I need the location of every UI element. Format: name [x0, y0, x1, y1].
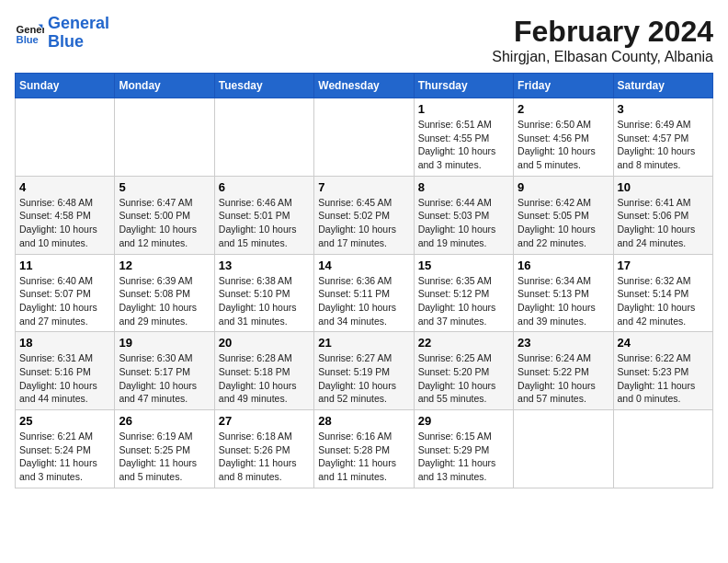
- day-number: 21: [318, 336, 409, 350]
- calendar-cell: 8Sunrise: 6:44 AM Sunset: 5:03 PM Daylig…: [414, 176, 513, 254]
- day-number: 18: [19, 336, 110, 350]
- day-number: 26: [119, 414, 210, 428]
- weekday-header: Tuesday: [214, 74, 313, 98]
- day-number: 23: [518, 336, 609, 350]
- day-number: 1: [418, 102, 509, 116]
- calendar-cell: 24Sunrise: 6:22 AM Sunset: 5:23 PM Dayli…: [613, 332, 712, 410]
- day-info: Sunrise: 6:32 AM Sunset: 5:14 PM Dayligh…: [618, 274, 709, 328]
- page-header: General Blue GeneralBlue February 2024 S…: [15, 15, 713, 65]
- day-number: 22: [418, 336, 509, 350]
- day-info: Sunrise: 6:50 AM Sunset: 4:56 PM Dayligh…: [518, 118, 609, 172]
- page-title: February 2024: [492, 15, 713, 49]
- day-number: 25: [19, 414, 110, 428]
- day-info: Sunrise: 6:40 AM Sunset: 5:07 PM Dayligh…: [19, 274, 110, 328]
- day-info: Sunrise: 6:51 AM Sunset: 4:55 PM Dayligh…: [418, 118, 509, 172]
- day-info: Sunrise: 6:44 AM Sunset: 5:03 PM Dayligh…: [418, 196, 509, 250]
- day-info: Sunrise: 6:16 AM Sunset: 5:28 PM Dayligh…: [318, 430, 409, 484]
- calendar-header: SundayMondayTuesdayWednesdayThursdayFrid…: [16, 74, 713, 98]
- calendar-cell: 29Sunrise: 6:15 AM Sunset: 5:29 PM Dayli…: [414, 410, 513, 488]
- calendar-cell: 7Sunrise: 6:45 AM Sunset: 5:02 PM Daylig…: [314, 176, 414, 254]
- day-info: Sunrise: 6:27 AM Sunset: 5:19 PM Dayligh…: [318, 351, 409, 406]
- calendar-cell: 16Sunrise: 6:34 AM Sunset: 5:13 PM Dayli…: [514, 254, 613, 332]
- day-info: Sunrise: 6:18 AM Sunset: 5:26 PM Dayligh…: [219, 430, 310, 484]
- weekday-header: Sunday: [16, 74, 115, 98]
- calendar-cell: 23Sunrise: 6:24 AM Sunset: 5:22 PM Dayli…: [514, 332, 613, 410]
- calendar-cell: 9Sunrise: 6:42 AM Sunset: 5:05 PM Daylig…: [514, 176, 613, 254]
- day-number: 17: [618, 259, 709, 272]
- day-info: Sunrise: 6:25 AM Sunset: 5:20 PM Dayligh…: [418, 351, 509, 406]
- day-info: Sunrise: 6:49 AM Sunset: 4:57 PM Dayligh…: [618, 118, 709, 172]
- day-number: 16: [518, 259, 609, 272]
- day-info: Sunrise: 6:31 AM Sunset: 5:16 PM Dayligh…: [19, 351, 110, 406]
- day-number: 20: [219, 336, 310, 350]
- calendar-cell: [16, 98, 115, 177]
- day-number: 6: [219, 180, 310, 194]
- day-info: Sunrise: 6:34 AM Sunset: 5:13 PM Dayligh…: [518, 274, 609, 328]
- day-number: 12: [119, 259, 210, 272]
- day-info: Sunrise: 6:41 AM Sunset: 5:06 PM Dayligh…: [618, 196, 709, 250]
- day-number: 7: [318, 180, 409, 194]
- calendar-cell: 14Sunrise: 6:36 AM Sunset: 5:11 PM Dayli…: [314, 254, 414, 332]
- day-info: Sunrise: 6:22 AM Sunset: 5:23 PM Dayligh…: [618, 351, 709, 406]
- calendar-cell: [613, 410, 712, 488]
- day-info: Sunrise: 6:28 AM Sunset: 5:18 PM Dayligh…: [219, 351, 310, 406]
- calendar-cell: 26Sunrise: 6:19 AM Sunset: 5:25 PM Dayli…: [115, 410, 214, 488]
- day-number: 28: [318, 414, 409, 428]
- day-info: Sunrise: 6:42 AM Sunset: 5:05 PM Dayligh…: [518, 196, 609, 250]
- day-number: 8: [418, 180, 509, 194]
- day-info: Sunrise: 6:38 AM Sunset: 5:10 PM Dayligh…: [219, 274, 310, 328]
- calendar-cell: 1Sunrise: 6:51 AM Sunset: 4:55 PM Daylig…: [414, 98, 513, 177]
- calendar-cell: 25Sunrise: 6:21 AM Sunset: 5:24 PM Dayli…: [16, 410, 115, 488]
- calendar-cell: 19Sunrise: 6:30 AM Sunset: 5:17 PM Dayli…: [115, 332, 214, 410]
- calendar-cell: [314, 98, 414, 177]
- page-subtitle: Shirgjan, Elbasan County, Albania: [492, 49, 713, 65]
- calendar-cell: 10Sunrise: 6:41 AM Sunset: 5:06 PM Dayli…: [613, 176, 712, 254]
- calendar-cell: 12Sunrise: 6:39 AM Sunset: 5:08 PM Dayli…: [115, 254, 214, 332]
- calendar-cell: 28Sunrise: 6:16 AM Sunset: 5:28 PM Dayli…: [314, 410, 414, 488]
- calendar-cell: 22Sunrise: 6:25 AM Sunset: 5:20 PM Dayli…: [414, 332, 513, 410]
- day-info: Sunrise: 6:24 AM Sunset: 5:22 PM Dayligh…: [518, 351, 609, 406]
- calendar-cell: 20Sunrise: 6:28 AM Sunset: 5:18 PM Dayli…: [214, 332, 313, 410]
- day-info: Sunrise: 6:45 AM Sunset: 5:02 PM Dayligh…: [318, 196, 409, 250]
- day-info: Sunrise: 6:21 AM Sunset: 5:24 PM Dayligh…: [19, 430, 110, 484]
- day-info: Sunrise: 6:30 AM Sunset: 5:17 PM Dayligh…: [119, 351, 210, 406]
- title-block: February 2024 Shirgjan, Elbasan County, …: [492, 15, 713, 65]
- calendar-cell: 15Sunrise: 6:35 AM Sunset: 5:12 PM Dayli…: [414, 254, 513, 332]
- day-number: 29: [418, 414, 509, 428]
- day-number: 11: [19, 259, 110, 272]
- day-number: 24: [618, 336, 709, 350]
- day-number: 15: [418, 259, 509, 272]
- day-number: 27: [219, 414, 310, 428]
- calendar-cell: 17Sunrise: 6:32 AM Sunset: 5:14 PM Dayli…: [613, 254, 712, 332]
- calendar-cell: 11Sunrise: 6:40 AM Sunset: 5:07 PM Dayli…: [16, 254, 115, 332]
- weekday-header: Wednesday: [314, 74, 414, 98]
- day-info: Sunrise: 6:36 AM Sunset: 5:11 PM Dayligh…: [318, 274, 409, 328]
- weekday-header: Thursday: [414, 74, 513, 98]
- calendar-cell: [115, 98, 214, 177]
- day-number: 14: [318, 259, 409, 272]
- day-number: 9: [518, 180, 609, 194]
- day-info: Sunrise: 6:15 AM Sunset: 5:29 PM Dayligh…: [418, 430, 509, 484]
- logo-text: GeneralBlue: [48, 15, 109, 52]
- calendar-cell: 2Sunrise: 6:50 AM Sunset: 4:56 PM Daylig…: [514, 98, 613, 177]
- day-number: 10: [618, 180, 709, 194]
- weekday-header: Friday: [514, 74, 613, 98]
- day-number: 5: [119, 180, 210, 194]
- calendar-cell: 13Sunrise: 6:38 AM Sunset: 5:10 PM Dayli…: [214, 254, 313, 332]
- calendar-cell: [214, 98, 313, 177]
- day-number: 3: [618, 102, 709, 116]
- calendar-cell: 27Sunrise: 6:18 AM Sunset: 5:26 PM Dayli…: [214, 410, 313, 488]
- day-info: Sunrise: 6:39 AM Sunset: 5:08 PM Dayligh…: [119, 274, 210, 328]
- calendar-cell: 18Sunrise: 6:31 AM Sunset: 5:16 PM Dayli…: [16, 332, 115, 410]
- day-info: Sunrise: 6:46 AM Sunset: 5:01 PM Dayligh…: [219, 196, 310, 250]
- weekday-header: Monday: [115, 74, 214, 98]
- calendar-cell: 6Sunrise: 6:46 AM Sunset: 5:01 PM Daylig…: [214, 176, 313, 254]
- day-info: Sunrise: 6:19 AM Sunset: 5:25 PM Dayligh…: [119, 430, 210, 484]
- day-number: 4: [19, 180, 110, 194]
- day-number: 19: [119, 336, 210, 350]
- calendar-cell: [514, 410, 613, 488]
- calendar-cell: 4Sunrise: 6:48 AM Sunset: 4:58 PM Daylig…: [16, 176, 115, 254]
- day-info: Sunrise: 6:47 AM Sunset: 5:00 PM Dayligh…: [119, 196, 210, 250]
- calendar-cell: 21Sunrise: 6:27 AM Sunset: 5:19 PM Dayli…: [314, 332, 414, 410]
- logo: General Blue GeneralBlue: [15, 15, 109, 52]
